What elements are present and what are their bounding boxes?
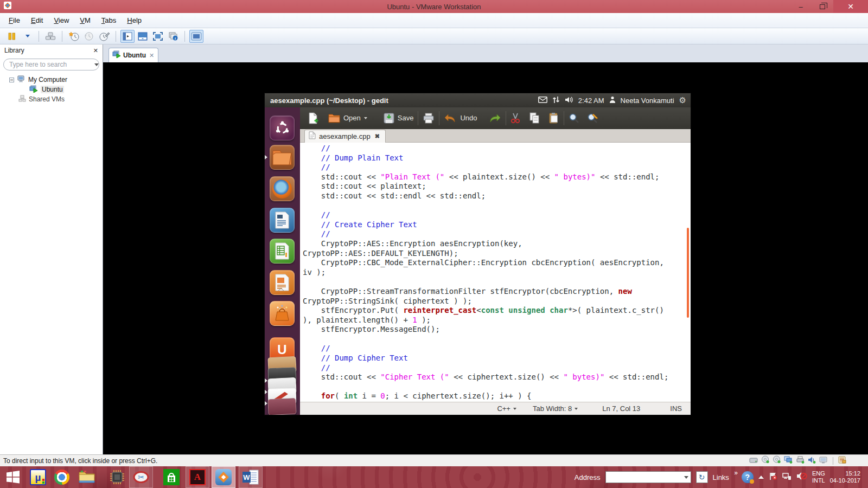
close-button[interactable]: ✕	[833, 0, 868, 13]
mail-icon[interactable]	[538, 97, 547, 105]
find-button[interactable]	[569, 113, 579, 124]
open-button[interactable]: Open	[328, 113, 367, 123]
menu-tabs[interactable]: Tabs	[96, 14, 122, 27]
code-area[interactable]: // // Dump Plain Text // std::cout << "P…	[300, 143, 691, 402]
svg-text:W: W	[243, 473, 250, 481]
network-adapter-icon[interactable]	[784, 456, 793, 466]
uvision-icon[interactable]: µ	[26, 466, 50, 488]
language-indicator[interactable]: ENG INTL	[812, 470, 825, 484]
unity-mode-button[interactable]: i	[166, 30, 180, 43]
menu-edit[interactable]: Edit	[25, 14, 48, 27]
network-arrows-icon[interactable]	[552, 96, 560, 105]
vm-running-icon	[29, 85, 38, 94]
libreoffice-calc-icon[interactable]	[270, 239, 295, 264]
menu-view[interactable]: View	[48, 14, 74, 27]
paste-button[interactable]	[548, 112, 559, 124]
word-icon[interactable]: W	[239, 466, 263, 488]
input-mode: INS	[670, 404, 682, 413]
user-menu[interactable]: Neeta Vonkamuti	[621, 97, 674, 105]
links-toolbar[interactable]: Links »	[713, 473, 737, 481]
windows-store-icon[interactable]	[159, 466, 183, 488]
refresh-button[interactable]: ↻	[696, 471, 708, 483]
search-dropdown-icon[interactable]	[94, 63, 99, 66]
menu-file[interactable]: File	[3, 14, 25, 27]
send-ctrl-alt-del-button[interactable]	[43, 30, 58, 43]
library-search-input[interactable]	[9, 61, 93, 68]
restore-button[interactable]	[812, 0, 833, 13]
vmware-workstation-icon[interactable]	[212, 466, 235, 488]
clock-indicator[interactable]: 2:42 AM	[578, 97, 604, 105]
manage-snapshots-button[interactable]	[97, 30, 111, 43]
overlay-scrollbar[interactable]	[687, 228, 689, 318]
console-view-toggle[interactable]	[189, 30, 203, 43]
software-center-icon[interactable]	[270, 301, 295, 326]
tab-ubuntu[interactable]: Ubuntu ✕	[108, 48, 158, 62]
clock[interactable]: 15:12 04-10-2017	[830, 470, 860, 484]
gedit-tab-aesexample[interactable]: aesexample.cpp ✖	[304, 130, 386, 143]
show-thumbnail-bar-toggle[interactable]	[136, 30, 150, 43]
chevron-icon[interactable]: »	[734, 469, 737, 477]
sound-icon[interactable]	[808, 456, 816, 466]
network-status-icon[interactable]	[782, 472, 792, 483]
suspend-dropdown[interactable]	[20, 30, 34, 43]
vm-display[interactable]: aesexample.cpp (~/Desktop) - gedit 2:42 …	[103, 62, 868, 454]
taskbar-right: Address ↻ Links » ? ENG INT	[575, 466, 868, 488]
chrome-icon[interactable]	[50, 466, 74, 488]
tree-item-shared-vms[interactable]: Shared VMs	[0, 94, 103, 104]
tree-item-my-computer[interactable]: My Computer	[0, 75, 103, 85]
start-button[interactable]	[1, 466, 25, 488]
tab-close-icon[interactable]: ✖	[375, 133, 380, 140]
file-explorer-icon[interactable]	[75, 466, 99, 488]
cd-rom-icon[interactable]	[761, 455, 769, 466]
take-snapshot-button[interactable]	[67, 30, 81, 43]
new-document-button[interactable]	[308, 112, 318, 124]
address-dropdown-icon[interactable]	[682, 472, 691, 483]
address-combobox[interactable]	[605, 471, 691, 483]
full-screen-button[interactable]	[151, 30, 165, 43]
printer-icon[interactable]	[796, 456, 805, 466]
expander-icon[interactable]	[9, 78, 14, 82]
undo-button[interactable]: Undo	[444, 113, 477, 124]
revert-snapshot-button[interactable]	[82, 30, 96, 43]
suspend-button[interactable]	[5, 30, 19, 43]
hard-disk-icon[interactable]	[749, 456, 758, 466]
snipping-tool-icon[interactable]: ✂	[129, 466, 153, 488]
chip-tool-icon[interactable]	[105, 466, 129, 488]
menu-help[interactable]: Help	[122, 14, 147, 27]
show-library-toggle[interactable]	[120, 30, 135, 43]
acrobat-reader-icon[interactable]: A	[186, 466, 209, 488]
libreoffice-writer-icon[interactable]	[270, 208, 295, 233]
firefox-icon[interactable]	[270, 176, 295, 201]
code-line: iv );	[303, 268, 691, 278]
replace-button[interactable]	[587, 113, 599, 124]
files-icon[interactable]	[270, 145, 295, 170]
libreoffice-impress-icon[interactable]	[270, 270, 295, 295]
address-input[interactable]	[608, 472, 682, 482]
code-line	[303, 277, 691, 287]
cd-rom-2-icon[interactable]	[773, 455, 781, 466]
volume-icon[interactable]	[565, 96, 573, 105]
dash-home-icon[interactable]	[270, 115, 295, 140]
library-search[interactable]	[3, 59, 99, 70]
tab-close-icon[interactable]: ✕	[149, 52, 154, 59]
language-selector[interactable]: C++	[497, 404, 516, 413]
copy-button[interactable]	[529, 112, 540, 124]
library-close-icon[interactable]: ✕	[93, 47, 98, 54]
help-icon[interactable]: ?	[742, 471, 754, 483]
show-hidden-icon[interactable]	[758, 476, 764, 479]
redo-button[interactable]	[488, 113, 501, 124]
tree-item-ubuntu[interactable]: Ubuntu	[0, 85, 103, 94]
menu-vm[interactable]: VM	[74, 14, 96, 27]
cut-button[interactable]	[510, 112, 520, 124]
save-button[interactable]: Save	[384, 113, 414, 124]
gear-icon[interactable]: ⚙	[679, 95, 686, 105]
volume-muted-icon[interactable]	[796, 472, 807, 483]
tab-width-selector[interactable]: Tab Width: 8	[533, 404, 578, 413]
message-log-icon[interactable]	[838, 456, 846, 466]
action-center-icon[interactable]	[769, 472, 777, 483]
display-icon[interactable]	[819, 456, 828, 466]
print-button[interactable]	[423, 113, 435, 124]
open-dropdown-icon[interactable]	[364, 117, 367, 119]
minimize-button[interactable]: –	[790, 0, 812, 13]
user-icon	[609, 96, 616, 105]
